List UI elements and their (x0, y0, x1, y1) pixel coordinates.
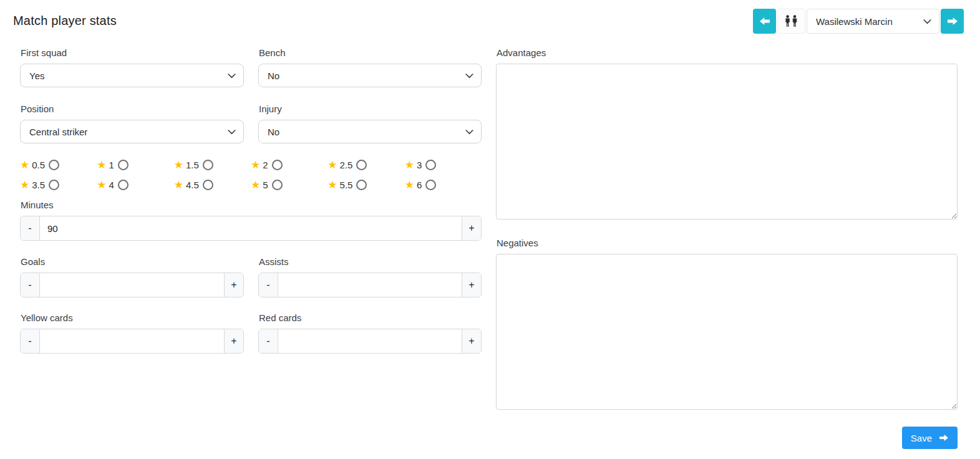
injury-select[interactable]: No (258, 120, 482, 143)
assists-decrement-button[interactable]: - (259, 273, 278, 297)
player-navigation: Wasilewski Marcin (753, 9, 964, 34)
yellow-cards-increment-button[interactable]: + (224, 329, 243, 353)
rating-radio[interactable] (118, 180, 129, 190)
bench-label: Bench (259, 47, 482, 59)
injury-field: Injury No (258, 104, 482, 143)
players-list-button[interactable] (777, 9, 805, 34)
rating-option-2[interactable]: ★2 (251, 159, 327, 171)
rating-option-4.5[interactable]: ★4.5 (174, 179, 251, 191)
notes-column: Advantages Negatives Save (496, 47, 958, 449)
rating-option-1.5[interactable]: ★1.5 (174, 159, 251, 171)
rating-radio[interactable] (49, 160, 59, 170)
injury-select-wrap: No (258, 120, 482, 143)
rating-option-1[interactable]: ★1 (97, 159, 173, 171)
star-icon: ★ (327, 160, 337, 170)
star-icon: ★ (174, 180, 183, 190)
match-rating-group: ★0.5 ★1 ★1.5 ★2 ★2.5 ★3 ★3.5 ★4 ★4.5 ★5 … (20, 159, 482, 191)
player-select-wrap: Wasilewski Marcin (807, 9, 939, 34)
minutes-decrement-button[interactable]: - (21, 216, 40, 240)
rating-radio[interactable] (272, 180, 283, 190)
rating-radio[interactable] (203, 180, 213, 190)
rating-radio[interactable] (356, 180, 367, 190)
first-squad-select[interactable]: Yes (20, 64, 244, 87)
position-field: Position Central striker (20, 104, 244, 143)
minutes-field: Minutes - + (20, 200, 482, 241)
arrow-right-icon (947, 17, 958, 26)
rating-radio[interactable] (203, 160, 213, 170)
red-cards-increment-button[interactable]: + (462, 329, 481, 353)
goals-label: Goals (21, 256, 244, 268)
position-select[interactable]: Central striker (20, 120, 244, 143)
star-icon: ★ (405, 180, 414, 190)
rating-value: 3 (417, 159, 422, 171)
negatives-label: Negatives (497, 238, 958, 249)
rating-radio[interactable] (425, 160, 436, 170)
rating-value: 1 (109, 159, 114, 171)
assists-label: Assists (259, 256, 482, 268)
star-icon: ★ (327, 180, 337, 190)
rating-value: 5 (263, 179, 268, 191)
save-row: Save (496, 427, 958, 449)
yellow-cards-input[interactable] (40, 329, 224, 353)
rating-radio[interactable] (425, 180, 436, 190)
arrow-right-icon (939, 434, 949, 442)
negatives-textarea[interactable] (496, 254, 958, 410)
page-title: Match player stats (13, 14, 117, 28)
rating-radio[interactable] (356, 160, 367, 170)
form-content: First squad Yes Bench No (0, 42, 980, 449)
rating-option-5[interactable]: ★5 (251, 179, 327, 191)
player-select[interactable]: Wasilewski Marcin (807, 9, 939, 34)
advantages-field: Advantages (496, 47, 958, 220)
bench-select[interactable]: No (258, 64, 482, 87)
assists-increment-button[interactable]: + (462, 273, 481, 297)
red-cards-input[interactable] (278, 329, 462, 353)
red-cards-decrement-button[interactable]: - (259, 329, 278, 353)
rating-option-3[interactable]: ★3 (405, 159, 482, 171)
negatives-field: Negatives (496, 238, 958, 410)
star-icon: ★ (405, 160, 414, 170)
rating-option-5.5[interactable]: ★5.5 (327, 179, 404, 191)
next-player-button[interactable] (941, 9, 964, 34)
position-select-wrap: Central striker (20, 120, 244, 143)
yellow-cards-decrement-button[interactable]: - (21, 329, 40, 353)
players-icon (784, 15, 798, 27)
minutes-stepper: - + (20, 216, 482, 241)
rating-value: 6 (417, 179, 422, 191)
assists-stepper: - + (258, 273, 482, 297)
rating-value: 2.5 (340, 159, 353, 171)
rating-option-2.5[interactable]: ★2.5 (327, 159, 404, 171)
rating-value: 0.5 (32, 159, 45, 171)
rating-radio[interactable] (49, 180, 59, 190)
rating-option-4[interactable]: ★4 (97, 179, 173, 191)
rating-option-3.5[interactable]: ★3.5 (20, 179, 97, 191)
yellow-cards-label: Yellow cards (21, 312, 244, 324)
rating-value: 4.5 (186, 179, 199, 191)
star-icon: ★ (251, 180, 260, 190)
star-icon: ★ (251, 160, 260, 170)
yellow-cards-stepper: - + (20, 329, 244, 354)
previous-player-button[interactable] (753, 9, 776, 34)
rating-option-0.5[interactable]: ★0.5 (20, 159, 97, 171)
assists-input[interactable] (278, 273, 462, 297)
bench-field: Bench No (258, 47, 482, 87)
stats-column: First squad Yes Bench No (20, 47, 482, 449)
rating-value: 4 (109, 179, 114, 191)
rating-radio[interactable] (118, 160, 129, 170)
bench-select-wrap: No (258, 64, 482, 87)
rating-radio[interactable] (272, 160, 283, 170)
minutes-increment-button[interactable]: + (462, 216, 481, 240)
goals-decrement-button[interactable]: - (21, 273, 40, 297)
save-button[interactable]: Save (902, 427, 958, 449)
rating-option-6[interactable]: ★6 (405, 179, 482, 191)
minutes-input[interactable] (40, 216, 462, 240)
first-squad-select-wrap: Yes (20, 64, 244, 87)
goals-stepper: - + (20, 273, 244, 297)
yellow-cards-field: Yellow cards - + (20, 312, 244, 354)
advantages-textarea[interactable] (496, 64, 958, 220)
save-button-label: Save (911, 433, 932, 443)
goals-increment-button[interactable]: + (224, 273, 243, 297)
red-cards-stepper: - + (258, 329, 482, 354)
goals-input[interactable] (40, 273, 224, 297)
star-icon: ★ (20, 180, 29, 190)
first-squad-field: First squad Yes (20, 47, 244, 87)
